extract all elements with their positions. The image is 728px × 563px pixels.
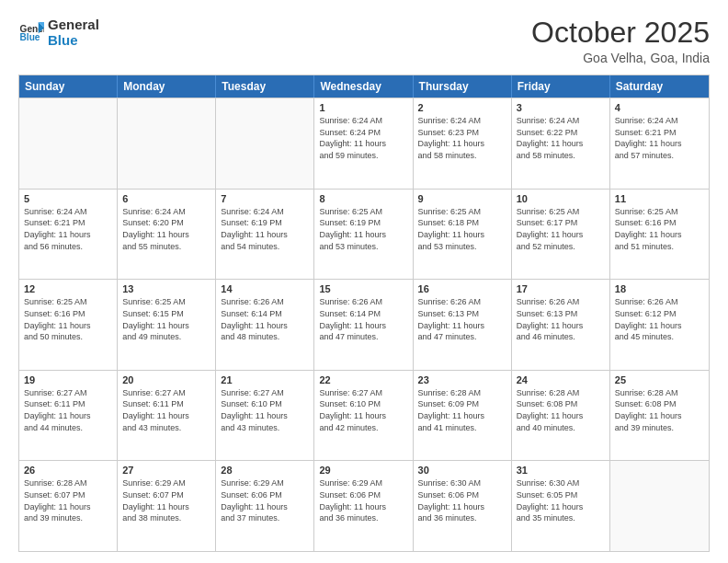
calendar-body: 1Sunrise: 6:24 AM Sunset: 6:24 PM Daylig… (19, 98, 709, 551)
day-number: 22 (319, 374, 407, 385)
calendar-day-16: 16Sunrise: 6:26 AM Sunset: 6:13 PM Dayli… (414, 280, 512, 370)
day-info: Sunrise: 6:24 AM Sunset: 6:24 PM Dayligh… (319, 115, 407, 161)
calendar-day-9: 9Sunrise: 6:25 AM Sunset: 6:18 PM Daylig… (414, 190, 512, 280)
calendar-day-10: 10Sunrise: 6:25 AM Sunset: 6:17 PM Dayli… (512, 190, 610, 280)
calendar-day-22: 22Sunrise: 6:27 AM Sunset: 6:10 PM Dayli… (314, 371, 413, 461)
calendar-day-18: 18Sunrise: 6:26 AM Sunset: 6:12 PM Dayli… (610, 280, 709, 370)
weekday-header-friday: Friday (512, 75, 610, 98)
calendar-day-empty-4-6 (610, 461, 709, 551)
day-number: 9 (418, 193, 506, 204)
day-info: Sunrise: 6:26 AM Sunset: 6:14 PM Dayligh… (319, 296, 407, 342)
day-info: Sunrise: 6:27 AM Sunset: 6:10 PM Dayligh… (319, 387, 407, 433)
calendar-week-3: 12Sunrise: 6:25 AM Sunset: 6:16 PM Dayli… (19, 279, 709, 370)
day-info: Sunrise: 6:26 AM Sunset: 6:13 PM Dayligh… (517, 296, 605, 342)
logo-general: General (48, 17, 99, 32)
logo-icon: General Blue (18, 19, 44, 45)
title-block: October 2025 Goa Velha, Goa, India (531, 17, 710, 65)
day-info: Sunrise: 6:24 AM Sunset: 6:19 PM Dayligh… (221, 206, 309, 252)
day-info: Sunrise: 6:29 AM Sunset: 6:07 PM Dayligh… (122, 477, 210, 523)
calendar-day-29: 29Sunrise: 6:29 AM Sunset: 6:06 PM Dayli… (314, 461, 413, 551)
calendar-day-24: 24Sunrise: 6:28 AM Sunset: 6:08 PM Dayli… (512, 371, 610, 461)
day-info: Sunrise: 6:25 AM Sunset: 6:16 PM Dayligh… (24, 296, 112, 342)
weekday-header-monday: Monday (118, 75, 216, 98)
calendar-day-14: 14Sunrise: 6:26 AM Sunset: 6:14 PM Dayli… (216, 280, 314, 370)
day-number: 16 (418, 283, 506, 294)
weekday-header-saturday: Saturday (610, 75, 709, 98)
day-number: 26 (24, 465, 112, 476)
day-number: 17 (517, 283, 605, 294)
calendar-day-21: 21Sunrise: 6:27 AM Sunset: 6:10 PM Dayli… (216, 371, 314, 461)
calendar-week-1: 1Sunrise: 6:24 AM Sunset: 6:24 PM Daylig… (19, 98, 709, 189)
day-number: 25 (615, 374, 704, 385)
calendar-day-4: 4Sunrise: 6:24 AM Sunset: 6:21 PM Daylig… (610, 98, 709, 189)
day-info: Sunrise: 6:30 AM Sunset: 6:05 PM Dayligh… (517, 477, 605, 523)
day-number: 24 (517, 374, 605, 385)
day-number: 2 (418, 102, 506, 113)
day-info: Sunrise: 6:24 AM Sunset: 6:20 PM Dayligh… (122, 206, 210, 252)
day-number: 30 (418, 465, 506, 476)
calendar-header-row: SundayMondayTuesdayWednesdayThursdayFrid… (19, 75, 709, 98)
day-number: 8 (319, 193, 407, 204)
day-number: 11 (615, 193, 704, 204)
calendar-day-12: 12Sunrise: 6:25 AM Sunset: 6:16 PM Dayli… (19, 280, 118, 370)
calendar-day-13: 13Sunrise: 6:25 AM Sunset: 6:15 PM Dayli… (118, 280, 216, 370)
day-info: Sunrise: 6:26 AM Sunset: 6:13 PM Dayligh… (418, 296, 506, 342)
day-info: Sunrise: 6:28 AM Sunset: 6:09 PM Dayligh… (418, 387, 506, 433)
calendar-day-30: 30Sunrise: 6:30 AM Sunset: 6:06 PM Dayli… (414, 461, 512, 551)
weekday-header-wednesday: Wednesday (314, 75, 413, 98)
day-info: Sunrise: 6:26 AM Sunset: 6:14 PM Dayligh… (221, 296, 309, 342)
logo-blue: Blue (48, 32, 99, 48)
day-info: Sunrise: 6:24 AM Sunset: 6:21 PM Dayligh… (615, 115, 704, 161)
day-info: Sunrise: 6:27 AM Sunset: 6:11 PM Dayligh… (24, 387, 112, 433)
day-info: Sunrise: 6:29 AM Sunset: 6:06 PM Dayligh… (319, 477, 407, 523)
calendar-day-11: 11Sunrise: 6:25 AM Sunset: 6:16 PM Dayli… (610, 190, 709, 280)
calendar-day-23: 23Sunrise: 6:28 AM Sunset: 6:09 PM Dayli… (414, 371, 512, 461)
day-number: 5 (24, 193, 112, 204)
calendar-day-6: 6Sunrise: 6:24 AM Sunset: 6:20 PM Daylig… (118, 190, 216, 280)
weekday-header-tuesday: Tuesday (216, 75, 314, 98)
day-number: 28 (221, 465, 309, 476)
day-info: Sunrise: 6:29 AM Sunset: 6:06 PM Dayligh… (221, 477, 309, 523)
calendar-day-17: 17Sunrise: 6:26 AM Sunset: 6:13 PM Dayli… (512, 280, 610, 370)
calendar-day-empty-0-2 (216, 98, 314, 189)
day-info: Sunrise: 6:28 AM Sunset: 6:08 PM Dayligh… (517, 387, 605, 433)
calendar-day-19: 19Sunrise: 6:27 AM Sunset: 6:11 PM Dayli… (19, 371, 118, 461)
calendar-day-27: 27Sunrise: 6:29 AM Sunset: 6:07 PM Dayli… (118, 461, 216, 551)
day-number: 3 (517, 102, 605, 113)
day-info: Sunrise: 6:24 AM Sunset: 6:21 PM Dayligh… (24, 206, 112, 252)
day-number: 27 (122, 465, 210, 476)
day-info: Sunrise: 6:25 AM Sunset: 6:15 PM Dayligh… (122, 296, 210, 342)
day-number: 23 (418, 374, 506, 385)
day-info: Sunrise: 6:24 AM Sunset: 6:23 PM Dayligh… (418, 115, 506, 161)
day-info: Sunrise: 6:28 AM Sunset: 6:07 PM Dayligh… (24, 477, 112, 523)
day-number: 18 (615, 283, 704, 294)
day-number: 29 (319, 465, 407, 476)
svg-text:Blue: Blue (20, 33, 40, 43)
calendar: SundayMondayTuesdayWednesdayThursdayFrid… (18, 75, 710, 552)
day-number: 6 (122, 193, 210, 204)
calendar-week-2: 5Sunrise: 6:24 AM Sunset: 6:21 PM Daylig… (19, 189, 709, 280)
day-number: 21 (221, 374, 309, 385)
month-title: October 2025 (531, 17, 710, 49)
calendar-day-8: 8Sunrise: 6:25 AM Sunset: 6:19 PM Daylig… (314, 190, 413, 280)
day-info: Sunrise: 6:28 AM Sunset: 6:08 PM Dayligh… (615, 387, 704, 433)
calendar-day-15: 15Sunrise: 6:26 AM Sunset: 6:14 PM Dayli… (314, 280, 413, 370)
day-info: Sunrise: 6:24 AM Sunset: 6:22 PM Dayligh… (517, 115, 605, 161)
day-info: Sunrise: 6:25 AM Sunset: 6:19 PM Dayligh… (319, 206, 407, 252)
day-info: Sunrise: 6:25 AM Sunset: 6:17 PM Dayligh… (517, 206, 605, 252)
weekday-header-sunday: Sunday (19, 75, 118, 98)
calendar-day-2: 2Sunrise: 6:24 AM Sunset: 6:23 PM Daylig… (414, 98, 512, 189)
calendar-day-7: 7Sunrise: 6:24 AM Sunset: 6:19 PM Daylig… (216, 190, 314, 280)
calendar-day-3: 3Sunrise: 6:24 AM Sunset: 6:22 PM Daylig… (512, 98, 610, 189)
calendar-day-28: 28Sunrise: 6:29 AM Sunset: 6:06 PM Dayli… (216, 461, 314, 551)
day-info: Sunrise: 6:26 AM Sunset: 6:12 PM Dayligh… (615, 296, 704, 342)
day-number: 10 (517, 193, 605, 204)
day-info: Sunrise: 6:27 AM Sunset: 6:10 PM Dayligh… (221, 387, 309, 433)
day-info: Sunrise: 6:27 AM Sunset: 6:11 PM Dayligh… (122, 387, 210, 433)
day-number: 15 (319, 283, 407, 294)
day-info: Sunrise: 6:25 AM Sunset: 6:18 PM Dayligh… (418, 206, 506, 252)
calendar-day-empty-0-1 (118, 98, 216, 189)
day-info: Sunrise: 6:25 AM Sunset: 6:16 PM Dayligh… (615, 206, 704, 252)
calendar-day-20: 20Sunrise: 6:27 AM Sunset: 6:11 PM Dayli… (118, 371, 216, 461)
day-number: 1 (319, 102, 407, 113)
